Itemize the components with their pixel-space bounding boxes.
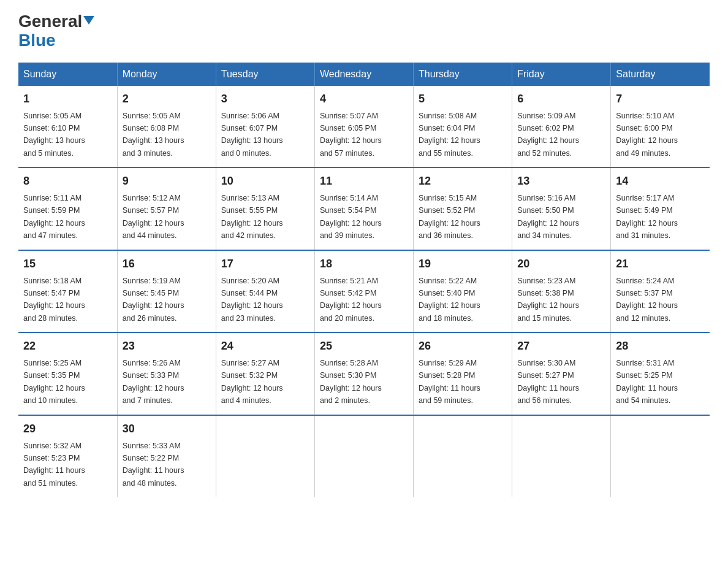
header-row: SundayMondayTuesdayWednesdayThursdayFrid… [18,63,710,86]
day-info: Sunrise: 5:27 AMSunset: 5:32 PMDaylight:… [221,359,283,405]
day-number: 25 [320,338,408,354]
day-number: 2 [123,91,211,107]
day-number: 18 [320,256,408,272]
day-info: Sunrise: 5:14 AMSunset: 5:54 PMDaylight:… [320,194,382,240]
day-number: 6 [517,91,605,107]
day-number: 7 [616,91,705,107]
day-number: 12 [419,173,507,190]
day-info: Sunrise: 5:21 AMSunset: 5:42 PMDaylight:… [320,277,382,323]
day-cell: 30 Sunrise: 5:33 AMSunset: 5:22 PMDaylig… [117,415,216,497]
day-info: Sunrise: 5:11 AMSunset: 5:59 PMDaylight:… [23,194,85,240]
header-cell-friday: Friday [512,63,611,86]
calendar-table: SundayMondayTuesdayWednesdayThursdayFrid… [18,63,710,497]
day-number: 21 [616,256,705,272]
day-info: Sunrise: 5:17 AMSunset: 5:49 PMDaylight:… [616,194,678,240]
day-cell: 2 Sunrise: 5:05 AMSunset: 6:08 PMDayligh… [117,86,216,168]
day-cell: 18 Sunrise: 5:21 AMSunset: 5:42 PMDaylig… [314,250,413,333]
day-number: 30 [123,421,211,437]
day-info: Sunrise: 5:29 AMSunset: 5:28 PMDaylight:… [419,359,480,405]
calendar-body: 1 Sunrise: 5:05 AMSunset: 6:10 PMDayligh… [18,86,710,497]
day-number: 11 [320,173,408,190]
day-info: Sunrise: 5:18 AMSunset: 5:47 PMDaylight:… [23,277,85,323]
day-number: 19 [419,256,507,272]
day-info: Sunrise: 5:20 AMSunset: 5:44 PMDaylight:… [221,277,283,323]
day-number: 3 [221,91,309,107]
day-info: Sunrise: 5:24 AMSunset: 5:37 PMDaylight:… [616,277,678,323]
week-row-3: 15 Sunrise: 5:18 AMSunset: 5:47 PMDaylig… [18,250,710,333]
day-cell: 5 Sunrise: 5:08 AMSunset: 6:04 PMDayligh… [414,86,512,168]
day-cell: 13 Sunrise: 5:16 AMSunset: 5:50 PMDaylig… [512,167,611,250]
day-cell: 14 Sunrise: 5:17 AMSunset: 5:49 PMDaylig… [611,167,710,250]
day-info: Sunrise: 5:05 AMSunset: 6:08 PMDaylight:… [123,112,184,158]
day-cell: 25 Sunrise: 5:28 AMSunset: 5:30 PMDaylig… [314,332,413,415]
day-cell [512,415,611,497]
day-info: Sunrise: 5:33 AMSunset: 5:22 PMDaylight:… [123,442,184,488]
day-cell: 22 Sunrise: 5:25 AMSunset: 5:35 PMDaylig… [18,332,117,415]
day-cell: 4 Sunrise: 5:07 AMSunset: 6:05 PMDayligh… [314,86,413,168]
day-info: Sunrise: 5:05 AMSunset: 6:10 PMDaylight:… [23,112,85,158]
day-cell [216,415,314,497]
logo-blue: Blue [18,31,56,50]
day-cell [611,415,710,497]
day-info: Sunrise: 5:13 AMSunset: 5:55 PMDaylight:… [221,194,283,240]
header-cell-sunday: Sunday [18,63,117,86]
day-info: Sunrise: 5:07 AMSunset: 6:05 PMDaylight:… [320,112,382,158]
logo-triangle-icon [83,16,94,25]
day-cell: 17 Sunrise: 5:20 AMSunset: 5:44 PMDaylig… [216,250,314,333]
day-info: Sunrise: 5:10 AMSunset: 6:00 PMDaylight:… [616,112,678,158]
day-number: 13 [517,173,605,190]
day-cell: 27 Sunrise: 5:30 AMSunset: 5:27 PMDaylig… [512,332,611,415]
week-row-2: 8 Sunrise: 5:11 AMSunset: 5:59 PMDayligh… [18,167,710,250]
day-cell: 21 Sunrise: 5:24 AMSunset: 5:37 PMDaylig… [611,250,710,333]
day-info: Sunrise: 5:23 AMSunset: 5:38 PMDaylight:… [517,277,579,323]
day-number: 24 [221,338,309,354]
day-info: Sunrise: 5:26 AMSunset: 5:33 PMDaylight:… [123,359,184,405]
day-info: Sunrise: 5:31 AMSunset: 5:25 PMDaylight:… [616,359,678,405]
day-info: Sunrise: 5:15 AMSunset: 5:52 PMDaylight:… [419,194,480,240]
header-cell-wednesday: Wednesday [314,63,413,86]
day-cell: 26 Sunrise: 5:29 AMSunset: 5:28 PMDaylig… [414,332,512,415]
day-cell: 3 Sunrise: 5:06 AMSunset: 6:07 PMDayligh… [216,86,314,168]
day-number: 22 [23,338,112,354]
day-info: Sunrise: 5:16 AMSunset: 5:50 PMDaylight:… [517,194,579,240]
day-info: Sunrise: 5:19 AMSunset: 5:45 PMDaylight:… [123,277,184,323]
day-cell: 24 Sunrise: 5:27 AMSunset: 5:32 PMDaylig… [216,332,314,415]
header-cell-monday: Monday [117,63,216,86]
day-number: 28 [616,338,705,354]
day-cell: 10 Sunrise: 5:13 AMSunset: 5:55 PMDaylig… [216,167,314,250]
day-number: 17 [221,256,309,272]
day-info: Sunrise: 5:22 AMSunset: 5:40 PMDaylight:… [419,277,480,323]
day-number: 4 [320,91,408,107]
day-cell: 1 Sunrise: 5:05 AMSunset: 6:10 PMDayligh… [18,86,117,168]
day-info: Sunrise: 5:32 AMSunset: 5:23 PMDaylight:… [23,442,85,488]
logo: GeneralBlue [18,12,94,50]
day-info: Sunrise: 5:06 AMSunset: 6:07 PMDaylight:… [221,112,283,158]
day-cell: 7 Sunrise: 5:10 AMSunset: 6:00 PMDayligh… [611,86,710,168]
day-info: Sunrise: 5:28 AMSunset: 5:30 PMDaylight:… [320,359,382,405]
week-row-5: 29 Sunrise: 5:32 AMSunset: 5:23 PMDaylig… [18,415,710,497]
day-cell: 6 Sunrise: 5:09 AMSunset: 6:02 PMDayligh… [512,86,611,168]
calendar-header: SundayMondayTuesdayWednesdayThursdayFrid… [18,63,710,86]
day-cell: 15 Sunrise: 5:18 AMSunset: 5:47 PMDaylig… [18,250,117,333]
page-header: GeneralBlue [18,12,710,50]
day-cell: 29 Sunrise: 5:32 AMSunset: 5:23 PMDaylig… [18,415,117,497]
day-number: 29 [23,421,112,437]
day-number: 20 [517,256,605,272]
day-number: 14 [616,173,705,190]
day-cell: 9 Sunrise: 5:12 AMSunset: 5:57 PMDayligh… [117,167,216,250]
day-info: Sunrise: 5:08 AMSunset: 6:04 PMDaylight:… [419,112,480,158]
day-number: 16 [123,256,211,272]
day-cell [314,415,413,497]
day-number: 5 [419,91,507,107]
day-number: 26 [419,338,507,354]
day-info: Sunrise: 5:30 AMSunset: 5:27 PMDaylight:… [517,359,579,405]
day-cell [414,415,512,497]
day-number: 23 [123,338,211,354]
header-cell-tuesday: Tuesday [216,63,314,86]
day-number: 9 [123,173,211,190]
day-cell: 16 Sunrise: 5:19 AMSunset: 5:45 PMDaylig… [117,250,216,333]
day-number: 8 [23,173,112,190]
header-cell-thursday: Thursday [414,63,512,86]
day-cell: 12 Sunrise: 5:15 AMSunset: 5:52 PMDaylig… [414,167,512,250]
header-cell-saturday: Saturday [611,63,710,86]
